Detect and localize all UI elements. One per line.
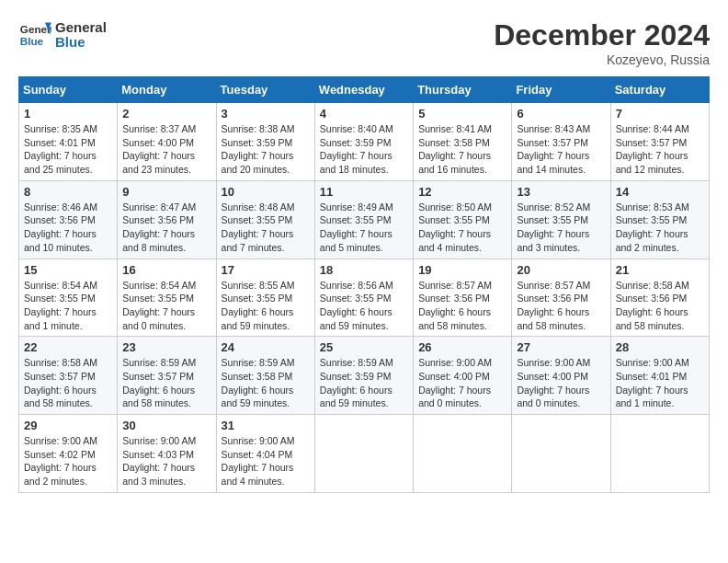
day-number: 26 (418, 340, 506, 354)
day-number: 27 (517, 340, 605, 354)
calendar-cell: 5 Sunrise: 8:41 AM Sunset: 3:58 PM Dayli… (414, 103, 512, 181)
day-number: 1 (24, 107, 112, 121)
calendar-cell: 2 Sunrise: 8:37 AM Sunset: 4:00 PM Dayli… (118, 103, 216, 181)
day-number: 13 (517, 185, 605, 199)
day-number: 22 (24, 340, 112, 354)
day-info: Sunrise: 9:00 AM Sunset: 4:00 PM Dayligh… (418, 356, 506, 410)
calendar-cell: 21 Sunrise: 8:58 AM Sunset: 3:56 PM Dayl… (610, 259, 709, 337)
calendar-cell: 29 Sunrise: 9:00 AM Sunset: 4:02 PM Dayl… (19, 415, 118, 493)
day-number: 16 (122, 263, 210, 277)
day-info: Sunrise: 8:56 AM Sunset: 3:55 PM Dayligh… (320, 279, 408, 333)
day-info: Sunrise: 8:43 AM Sunset: 3:57 PM Dayligh… (517, 122, 605, 177)
location: Kozeyevo, Russia (494, 52, 710, 67)
calendar-cell: 23 Sunrise: 8:59 AM Sunset: 3:57 PM Dayl… (118, 337, 216, 415)
calendar-cell: 9 Sunrise: 8:47 AM Sunset: 3:56 PM Dayli… (118, 180, 216, 259)
calendar-cell (414, 415, 512, 493)
calendar-week-3: 15 Sunrise: 8:54 AM Sunset: 3:55 PM Dayl… (19, 259, 710, 337)
day-number: 4 (320, 107, 408, 121)
day-info: Sunrise: 8:54 AM Sunset: 3:55 PM Dayligh… (24, 279, 112, 333)
day-number: 23 (122, 340, 210, 354)
logo-icon: General Blue (18, 18, 51, 52)
title-area: December 2024 Kozeyevo, Russia (494, 18, 710, 67)
day-info: Sunrise: 8:40 AM Sunset: 3:59 PM Dayligh… (320, 122, 408, 177)
day-number: 17 (222, 263, 310, 277)
day-number: 3 (222, 107, 310, 121)
logo: General Blue General Blue (18, 18, 107, 52)
calendar-cell: 11 Sunrise: 8:49 AM Sunset: 3:55 PM Dayl… (314, 180, 413, 259)
calendar-cell: 25 Sunrise: 8:59 AM Sunset: 3:59 PM Dayl… (314, 337, 413, 415)
day-number: 8 (24, 185, 112, 199)
day-number: 24 (222, 340, 310, 354)
calendar-cell: 30 Sunrise: 9:00 AM Sunset: 4:03 PM Dayl… (118, 415, 216, 493)
calendar-cell: 31 Sunrise: 9:00 AM Sunset: 4:04 PM Dayl… (216, 415, 314, 493)
calendar-cell (512, 415, 610, 493)
day-info: Sunrise: 8:58 AM Sunset: 3:57 PM Dayligh… (24, 356, 112, 410)
calendar-cell: 28 Sunrise: 9:00 AM Sunset: 4:01 PM Dayl… (610, 337, 709, 415)
day-info: Sunrise: 8:35 AM Sunset: 4:01 PM Dayligh… (24, 122, 112, 177)
calendar-cell: 4 Sunrise: 8:40 AM Sunset: 3:59 PM Dayli… (314, 103, 413, 181)
calendar-week-1: 1 Sunrise: 8:35 AM Sunset: 4:01 PM Dayli… (19, 103, 710, 181)
day-number: 10 (222, 185, 310, 199)
day-info: Sunrise: 8:57 AM Sunset: 3:56 PM Dayligh… (418, 279, 506, 333)
day-number: 6 (517, 107, 605, 121)
day-number: 30 (122, 419, 210, 432)
calendar-table: SundayMondayTuesdayWednesdayThursdayFrid… (18, 76, 710, 493)
calendar-cell (314, 415, 413, 493)
calendar-cell: 10 Sunrise: 8:48 AM Sunset: 3:55 PM Dayl… (216, 180, 314, 259)
calendar-cell: 26 Sunrise: 9:00 AM Sunset: 4:00 PM Dayl… (414, 337, 512, 415)
weekday-header-row: SundayMondayTuesdayWednesdayThursdayFrid… (19, 77, 710, 103)
calendar-cell: 20 Sunrise: 8:57 AM Sunset: 3:56 PM Dayl… (512, 259, 610, 337)
weekday-header-wednesday: Wednesday (314, 77, 413, 103)
calendar-cell: 18 Sunrise: 8:56 AM Sunset: 3:55 PM Dayl… (314, 259, 413, 337)
day-number: 11 (320, 185, 408, 199)
day-info: Sunrise: 8:50 AM Sunset: 3:55 PM Dayligh… (418, 201, 506, 255)
day-info: Sunrise: 8:38 AM Sunset: 3:59 PM Dayligh… (222, 122, 310, 177)
month-title: December 2024 (494, 18, 710, 52)
day-number: 29 (24, 419, 112, 432)
calendar-cell: 7 Sunrise: 8:44 AM Sunset: 3:57 PM Dayli… (610, 103, 709, 181)
weekday-header-saturday: Saturday (610, 77, 709, 103)
day-info: Sunrise: 9:00 AM Sunset: 4:01 PM Dayligh… (616, 356, 704, 410)
day-number: 18 (320, 263, 408, 277)
day-number: 5 (418, 107, 506, 121)
day-number: 19 (418, 263, 506, 277)
day-number: 9 (122, 185, 210, 199)
day-number: 14 (616, 185, 704, 199)
day-number: 20 (517, 263, 605, 277)
calendar-cell: 15 Sunrise: 8:54 AM Sunset: 3:55 PM Dayl… (19, 259, 118, 337)
calendar-cell: 12 Sunrise: 8:50 AM Sunset: 3:55 PM Dayl… (414, 180, 512, 259)
day-info: Sunrise: 9:00 AM Sunset: 4:02 PM Dayligh… (24, 434, 112, 488)
weekday-header-tuesday: Tuesday (216, 77, 314, 103)
calendar-cell: 3 Sunrise: 8:38 AM Sunset: 3:59 PM Dayli… (216, 103, 314, 181)
calendar-cell: 13 Sunrise: 8:52 AM Sunset: 3:55 PM Dayl… (512, 180, 610, 259)
calendar-cell: 1 Sunrise: 8:35 AM Sunset: 4:01 PM Dayli… (19, 103, 118, 181)
day-info: Sunrise: 8:53 AM Sunset: 3:55 PM Dayligh… (616, 201, 704, 255)
calendar-cell: 27 Sunrise: 9:00 AM Sunset: 4:00 PM Dayl… (512, 337, 610, 415)
calendar-week-4: 22 Sunrise: 8:58 AM Sunset: 3:57 PM Dayl… (19, 337, 710, 415)
day-number: 15 (24, 263, 112, 277)
logo-general: General (55, 20, 107, 36)
day-info: Sunrise: 8:37 AM Sunset: 4:00 PM Dayligh… (122, 122, 210, 177)
day-info: Sunrise: 8:59 AM Sunset: 3:58 PM Dayligh… (222, 356, 310, 410)
day-info: Sunrise: 8:57 AM Sunset: 3:56 PM Dayligh… (517, 279, 605, 333)
day-number: 7 (616, 107, 704, 121)
weekday-header-sunday: Sunday (19, 77, 118, 103)
day-info: Sunrise: 8:41 AM Sunset: 3:58 PM Dayligh… (418, 122, 506, 177)
logo-blue: Blue (55, 35, 107, 51)
day-info: Sunrise: 8:47 AM Sunset: 3:56 PM Dayligh… (122, 201, 210, 255)
day-info: Sunrise: 8:58 AM Sunset: 3:56 PM Dayligh… (616, 279, 704, 333)
day-info: Sunrise: 8:49 AM Sunset: 3:55 PM Dayligh… (320, 201, 408, 255)
calendar-cell: 22 Sunrise: 8:58 AM Sunset: 3:57 PM Dayl… (19, 337, 118, 415)
day-info: Sunrise: 9:00 AM Sunset: 4:00 PM Dayligh… (517, 356, 605, 410)
calendar-cell (610, 415, 709, 493)
svg-text:Blue: Blue (20, 35, 44, 47)
calendar-cell: 16 Sunrise: 8:54 AM Sunset: 3:55 PM Dayl… (118, 259, 216, 337)
day-info: Sunrise: 9:00 AM Sunset: 4:03 PM Dayligh… (122, 434, 210, 488)
day-number: 25 (320, 340, 408, 354)
day-number: 12 (418, 185, 506, 199)
calendar-cell: 17 Sunrise: 8:55 AM Sunset: 3:55 PM Dayl… (216, 259, 314, 337)
calendar-cell: 6 Sunrise: 8:43 AM Sunset: 3:57 PM Dayli… (512, 103, 610, 181)
page-header: General Blue General Blue December 2024 … (18, 18, 710, 67)
calendar-cell: 19 Sunrise: 8:57 AM Sunset: 3:56 PM Dayl… (414, 259, 512, 337)
calendar-week-2: 8 Sunrise: 8:46 AM Sunset: 3:56 PM Dayli… (19, 180, 710, 259)
